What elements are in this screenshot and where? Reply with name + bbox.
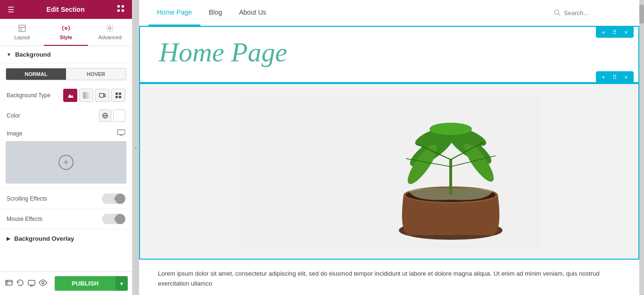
mouse-effects-knob [115,214,125,224]
nav-tab-homepage[interactable]: Home Page [149,0,200,26]
add-element-btn[interactable]: + [599,27,608,37]
publish-arrow-button[interactable]: ▾ [116,276,128,291]
image-label: Image [7,130,117,137]
nav-tab-blog[interactable]: Blog [200,0,231,26]
search-wrap [553,9,630,17]
global-color-btn[interactable] [99,110,111,122]
color-label: Color [7,112,99,119]
color-picker-wrap [99,110,125,122]
left-panel: ☰ Edit Section Layout Style Advanced [0,0,132,295]
bg-type-classic[interactable] [63,89,77,102]
svg-rect-13 [116,96,118,98]
page-title-section: + ⠿ × Home Page + ⠿ × [139,26,639,83]
svg-point-7 [65,27,67,29]
collapse-arrow-icon: ‹ [135,145,137,151]
background-section-header[interactable]: ▼ Background [0,46,132,63]
panel-tabs: Layout Style Advanced [0,19,132,46]
svg-rect-3 [122,9,124,12]
canvas-area: + ⠿ × Home Page + ⠿ × [139,26,639,295]
scrolling-effects-knob [115,194,125,204]
svg-rect-21 [6,280,12,285]
section-toolbar-top: + ⠿ × [596,26,634,38]
overlay-arrow-icon: ▶ [7,236,10,241]
svg-point-27 [42,281,44,284]
scrolling-effects-toggle[interactable]: OFF [102,194,125,204]
plant-image [239,93,540,249]
hamburger-icon[interactable]: ☰ [8,5,14,14]
tab-normal[interactable]: NORMAL [6,68,66,80]
collapse-panel-tab[interactable]: ‹ [132,0,139,295]
svg-rect-10 [99,93,104,97]
image-section-inner [140,84,638,259]
panel-bottom: PUBLISH ▾ [0,271,132,295]
color-row: Color [0,106,132,126]
background-type-row: Background Type [0,85,132,106]
svg-rect-4 [19,25,25,32]
normal-hover-tabs: NORMAL HOVER [6,68,126,80]
scrolling-effects-label: Scrolling Effects [7,195,102,202]
svg-rect-0 [117,5,120,8]
home-page-title: Home Page [140,27,638,82]
layers-icon[interactable] [5,278,13,289]
background-arrow-icon: ▼ [7,52,11,57]
drag-handle-btn-bottom[interactable]: ⠿ [610,72,619,82]
publish-button[interactable]: PUBLISH [55,276,116,291]
tab-style[interactable]: Style [44,19,88,46]
svg-point-8 [109,27,111,29]
search-input[interactable] [564,9,630,17]
bg-type-gradient[interactable] [79,89,93,102]
background-overlay-header[interactable]: ▶ Background Overlay [0,229,132,248]
background-type-label: Background Type [7,92,63,99]
svg-rect-24 [28,280,35,285]
right-content: Home Page Blog About Us + ⠿ × Home Page [139,0,639,295]
close-section-btn[interactable]: × [621,27,631,37]
background-overlay-label: Background Overlay [14,235,74,242]
add-image-icon: + [58,155,74,170]
preview-icon[interactable] [39,278,47,289]
tab-advanced[interactable]: Advanced [88,19,132,46]
nav-tab-aboutus[interactable]: About Us [231,0,275,26]
image-upload-area[interactable]: + [6,141,126,184]
svg-rect-2 [117,9,120,12]
svg-rect-11 [116,93,118,95]
svg-rect-9 [83,92,90,99]
svg-point-41 [429,123,472,135]
drag-handle-btn[interactable]: ⠿ [610,27,619,37]
background-label: Background [15,51,51,58]
svg-line-29 [558,14,560,16]
right-scrollbar[interactable] [639,0,644,295]
color-swatch[interactable] [113,110,125,122]
monitor-icon[interactable] [117,129,125,137]
background-type-buttons [63,89,125,102]
image-row: Image [0,126,132,139]
svg-rect-1 [122,5,124,8]
grid-icon[interactable] [117,5,124,14]
search-icon [553,9,561,17]
image-section [139,83,639,260]
mouse-effects-label: Mouse Effects [7,216,102,222]
svg-rect-12 [119,93,121,95]
mouse-effects-toggle[interactable]: OFF [102,214,125,224]
plant-illustration [239,93,540,249]
text-section: Lorem ipsum dolor sit amet, consectetur … [139,260,639,295]
mouse-effects-row: Mouse Effects OFF [0,209,132,229]
device-icon[interactable] [27,278,36,289]
panel-body: ▼ Background NORMAL HOVER Background Typ… [0,46,132,295]
bg-type-slideshow[interactable] [111,89,125,102]
svg-rect-14 [119,96,121,98]
close-section-btn-bottom[interactable]: × [621,72,631,82]
svg-point-28 [554,10,559,14]
bg-type-video[interactable] [95,89,109,102]
publish-btn-wrap: PUBLISH ▾ [55,276,128,291]
history-icon[interactable] [16,278,25,289]
panel-title: Edit Section [47,6,85,13]
tab-layout[interactable]: Layout [0,19,44,46]
svg-rect-18 [117,130,125,135]
scrollbar-thumb[interactable] [639,5,644,24]
add-element-btn-bottom[interactable]: + [599,72,608,82]
lorem-text: Lorem ipsum dolor sit amet, consectetur … [158,269,620,289]
scrolling-effects-row: Scrolling Effects OFF [0,188,132,209]
top-nav: Home Page Blog About Us [139,0,639,26]
panel-header: ☰ Edit Section [0,0,132,19]
tab-hover[interactable]: HOVER [66,68,126,80]
